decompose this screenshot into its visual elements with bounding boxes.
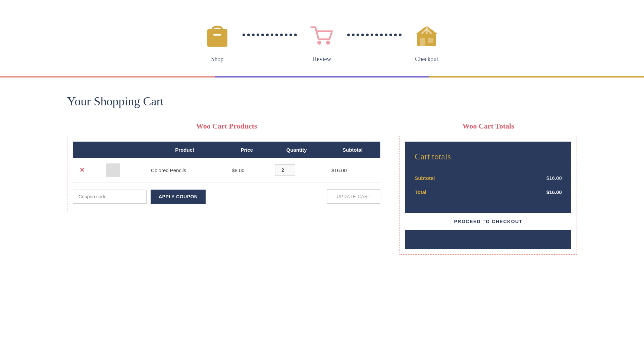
svg-rect-0 bbox=[207, 29, 227, 47]
step-shop[interactable]: Shop bbox=[202, 20, 232, 63]
page-title: Your Shopping Cart bbox=[67, 94, 577, 108]
image-cell bbox=[100, 158, 144, 183]
remove-cell: ✕ bbox=[73, 158, 100, 183]
quantity-cell bbox=[268, 158, 325, 183]
checkout-label: Checkout bbox=[415, 56, 438, 63]
col-remove bbox=[73, 142, 100, 158]
shop-label: Shop bbox=[211, 56, 223, 63]
divider-purple bbox=[215, 76, 429, 78]
svg-point-3 bbox=[326, 41, 330, 45]
subtotal-row: Subtotal $16.00 bbox=[415, 171, 562, 185]
price-cell: $8.00 bbox=[225, 158, 268, 183]
col-subtotal: Subtotal bbox=[325, 142, 380, 158]
col-quantity: Quantity bbox=[268, 142, 325, 158]
divider-pink bbox=[0, 76, 215, 78]
cart-layout: Woo Cart Products Product Price Quantity… bbox=[67, 122, 577, 255]
subtotal-label: Subtotal bbox=[415, 175, 435, 181]
step-review[interactable]: Review bbox=[307, 20, 337, 63]
dots-1 bbox=[232, 34, 307, 36]
product-name-cell: Colored Pencils bbox=[144, 158, 225, 183]
cart-products-box: Product Price Quantity Subtotal ✕ bbox=[67, 136, 386, 212]
step-checkout[interactable]: Checkout bbox=[412, 20, 442, 63]
cart-totals-box: Cart totals Subtotal $16.00 Total $16.00… bbox=[399, 136, 577, 255]
cart-totals-section: Woo Cart Totals Cart totals Subtotal $16… bbox=[399, 122, 577, 255]
divider-bar bbox=[0, 76, 644, 78]
table-header-row: Product Price Quantity Subtotal bbox=[73, 142, 380, 158]
shop-icon bbox=[202, 20, 232, 50]
proceed-to-checkout-button[interactable]: PROCEED TO CHECKOUT bbox=[405, 213, 571, 230]
svg-rect-1 bbox=[213, 34, 221, 36]
product-image bbox=[106, 163, 120, 177]
product-subtotal: $16.00 bbox=[331, 167, 347, 173]
total-label: Total bbox=[415, 189, 426, 195]
review-label: Review bbox=[313, 56, 331, 63]
svg-point-2 bbox=[317, 41, 321, 45]
cart-totals-title: Woo Cart Totals bbox=[399, 122, 577, 131]
product-price: $8.00 bbox=[232, 167, 245, 173]
col-image bbox=[100, 142, 144, 158]
update-cart-button[interactable]: UPDATE CART bbox=[327, 189, 381, 204]
subtotal-cell: $16.00 bbox=[325, 158, 380, 183]
apply-coupon-button[interactable]: APPLY COUPON bbox=[151, 190, 206, 204]
col-product: Product bbox=[144, 142, 225, 158]
dots-2 bbox=[337, 34, 412, 36]
table-row: ✕ Colored Pencils $8.00 bbox=[73, 158, 380, 183]
main-content: Your Shopping Cart Woo Cart Products Pro… bbox=[0, 78, 644, 271]
cart-products-title: Woo Cart Products bbox=[67, 122, 386, 131]
divider-gold bbox=[429, 76, 644, 78]
review-icon bbox=[307, 20, 337, 50]
cart-actions: APPLY COUPON UPDATE CART bbox=[73, 183, 380, 206]
progress-steps: Shop Review bbox=[0, 0, 644, 76]
cart-totals-heading: Cart totals bbox=[415, 152, 562, 162]
subtotal-value: $16.00 bbox=[546, 175, 562, 181]
svg-rect-6 bbox=[428, 38, 433, 43]
coupon-input[interactable] bbox=[73, 190, 147, 204]
total-value: $16.00 bbox=[546, 189, 562, 195]
cart-products-section: Woo Cart Products Product Price Quantity… bbox=[67, 122, 386, 212]
quantity-input[interactable] bbox=[275, 164, 295, 176]
cart-totals-inner: Cart totals Subtotal $16.00 Total $16.00… bbox=[405, 142, 571, 249]
remove-button[interactable]: ✕ bbox=[79, 167, 85, 173]
cart-table: Product Price Quantity Subtotal ✕ bbox=[73, 142, 380, 183]
svg-rect-5 bbox=[420, 38, 425, 46]
checkout-icon bbox=[412, 20, 442, 50]
total-row: Total $16.00 bbox=[415, 185, 562, 199]
product-name: Colored Pencils bbox=[151, 167, 186, 173]
col-price: Price bbox=[225, 142, 268, 158]
